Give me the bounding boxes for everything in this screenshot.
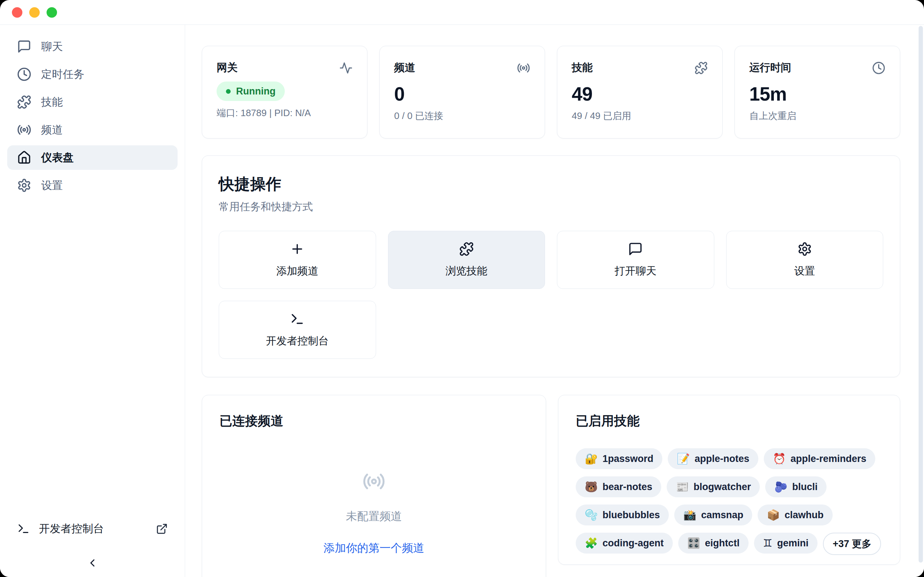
- stat-title: 运行时间: [749, 61, 791, 75]
- stat-value: 0: [394, 84, 530, 105]
- stat-card-skills: 技能 49 49 / 49 已启用: [557, 46, 723, 139]
- empty-state-text: 未配置频道: [346, 509, 402, 524]
- home-icon: [17, 150, 31, 165]
- status-badge-running: Running: [216, 82, 285, 101]
- skill-badge-blogwatcher: 📰blogwatcher: [667, 476, 760, 497]
- skill-name: 1password: [603, 453, 653, 464]
- connected-channels-card: 已连接频道 未配置频道 添加你的第一个频道: [202, 395, 546, 577]
- sidebar-item-channels[interactable]: 频道: [7, 118, 178, 142]
- plus-icon: [290, 242, 305, 256]
- stat-subtext: 自上次重启: [749, 110, 885, 122]
- quick-action-label: 开发者控制台: [266, 334, 329, 348]
- skill-name: camsnap: [701, 509, 743, 521]
- chevron-left-icon[interactable]: [86, 557, 99, 569]
- gear-icon: [797, 242, 812, 256]
- connected-channels-title: 已连接频道: [220, 413, 528, 429]
- activity-icon: [339, 61, 353, 75]
- sidebar-item-chat[interactable]: 聊天: [7, 34, 178, 59]
- sidebar-item-label: 仪表盘: [41, 150, 74, 165]
- quick-actions-grid-row2: 开发者控制台: [219, 301, 883, 359]
- stat-subtext: 49 / 49 已启用: [572, 110, 708, 122]
- skill-name: gemini: [777, 538, 809, 549]
- add-first-channel-link[interactable]: 添加你的第一个频道: [324, 541, 425, 556]
- skill-badge-apple-reminders: ⏰apple-reminders: [764, 448, 875, 469]
- camera-flash-emoji-icon: 📸: [683, 509, 696, 521]
- skill-badge-1password: 🔐1password: [576, 448, 662, 469]
- minimize-button[interactable]: [29, 7, 40, 18]
- browse-skills-button[interactable]: 浏览技能: [388, 231, 545, 289]
- quick-actions-panel: 快捷操作 常用任务和快捷方式 添加频道 浏览技能 打开聊天: [202, 155, 900, 377]
- enabled-skills-card: 已启用技能 🔐1password 📝apple-notes ⏰apple-rem…: [558, 395, 900, 565]
- quick-actions-subtitle: 常用任务和快捷方式: [219, 200, 883, 214]
- radio-icon: [17, 122, 31, 137]
- quick-action-label: 打开聊天: [615, 264, 657, 279]
- skill-badge-apple-notes: 📝apple-notes: [668, 448, 758, 469]
- stat-card-channels: 频道 0 0 / 0 已连接: [380, 46, 545, 139]
- sidebar-footer: 开发者控制台: [7, 517, 178, 569]
- skill-name: blogwatcher: [693, 482, 751, 493]
- sidebar-item-label: 定时任务: [41, 67, 84, 82]
- sidebar-item-settings[interactable]: 设置: [7, 173, 178, 198]
- message-square-icon: [17, 39, 31, 54]
- quick-actions-title: 快捷操作: [219, 174, 883, 195]
- sidebar-item-label: 技能: [41, 95, 63, 110]
- sidebar-item-skills[interactable]: 技能: [7, 90, 178, 114]
- terminal-icon: [17, 522, 30, 535]
- dev-console-label: 开发者控制台: [39, 521, 104, 536]
- stats-row: 网关 Running 端口: 18789 | PID: N/A 频道 0: [202, 46, 900, 139]
- skill-name: bluebubbles: [603, 509, 660, 521]
- skill-name: apple-reminders: [790, 453, 866, 464]
- control-knobs-emoji-icon: 🎛️: [687, 537, 700, 549]
- window-controls: [12, 7, 57, 18]
- memo-emoji-icon: 📝: [677, 453, 690, 465]
- sidebar-item-label: 频道: [41, 122, 63, 137]
- gear-icon: [17, 178, 31, 193]
- stat-subtext: 0 / 0 已连接: [394, 110, 530, 122]
- puzzle-emoji-icon: 🧩: [585, 537, 598, 549]
- vertical-scrollbar[interactable]: [919, 26, 923, 562]
- package-emoji-icon: 📦: [767, 509, 780, 521]
- skill-name: eightctl: [705, 538, 740, 549]
- sidebar-item-scheduled-tasks[interactable]: 定时任务: [7, 62, 178, 87]
- stat-value: 49: [572, 84, 708, 105]
- settings-button[interactable]: 设置: [726, 231, 884, 289]
- puzzle-icon: [459, 242, 474, 256]
- dev-console-button[interactable]: 开发者控制台: [219, 301, 376, 359]
- status-badge-label: Running: [236, 86, 275, 97]
- sidebar-item-label: 聊天: [41, 39, 63, 54]
- dev-console-row[interactable]: 开发者控制台: [7, 517, 178, 540]
- clock-icon: [17, 67, 31, 82]
- radio-icon: [362, 470, 386, 493]
- open-chat-button[interactable]: 打开聊天: [557, 231, 714, 289]
- quick-action-label: 浏览技能: [446, 264, 487, 279]
- add-channel-button[interactable]: 添加频道: [219, 231, 376, 289]
- message-square-icon: [628, 242, 643, 256]
- skill-name: bear-notes: [603, 482, 652, 493]
- skill-badge-eightctl: 🎛️eightctl: [678, 533, 749, 554]
- alarm-clock-emoji-icon: ⏰: [773, 453, 786, 465]
- stat-value: 15m: [749, 84, 885, 105]
- skill-badge-bear-notes: 🐻bear-notes: [576, 476, 661, 497]
- skills-badge-list: 🔐1password 📝apple-notes ⏰apple-reminders…: [576, 448, 882, 555]
- main-content: 网关 Running 端口: 18789 | PID: N/A 频道 0: [185, 25, 924, 577]
- bottom-row: 已连接频道 未配置频道 添加你的第一个频道 已启用技能 🔐1password 📝…: [202, 395, 900, 577]
- external-link-icon[interactable]: [156, 523, 168, 535]
- puzzle-icon: [695, 61, 708, 75]
- stat-card-uptime: 运行时间 15m 自上次重启: [735, 46, 900, 139]
- stat-subtext: 端口: 18789 | PID: N/A: [216, 107, 353, 119]
- stat-title: 技能: [572, 61, 593, 75]
- skill-badge-coding-agent: 🧩coding-agent: [576, 533, 673, 554]
- skill-name: blucli: [792, 482, 818, 493]
- zoom-button[interactable]: [47, 7, 57, 18]
- green-dot-icon: [226, 89, 231, 94]
- titlebar: [0, 0, 924, 25]
- stat-card-gateway: 网关 Running 端口: 18789 | PID: N/A: [202, 46, 367, 139]
- close-button[interactable]: [12, 7, 23, 18]
- sidebar-item-label: 设置: [41, 178, 63, 193]
- stat-title: 网关: [216, 61, 237, 75]
- skill-badge-camsnap: 📸camsnap: [674, 504, 752, 525]
- sidebar: 聊天 定时任务 技能 频道 仪表盘: [0, 25, 185, 577]
- more-skills-badge[interactable]: +37 更多: [823, 533, 881, 555]
- sidebar-item-dashboard[interactable]: 仪表盘: [7, 145, 178, 170]
- puzzle-icon: [17, 95, 31, 109]
